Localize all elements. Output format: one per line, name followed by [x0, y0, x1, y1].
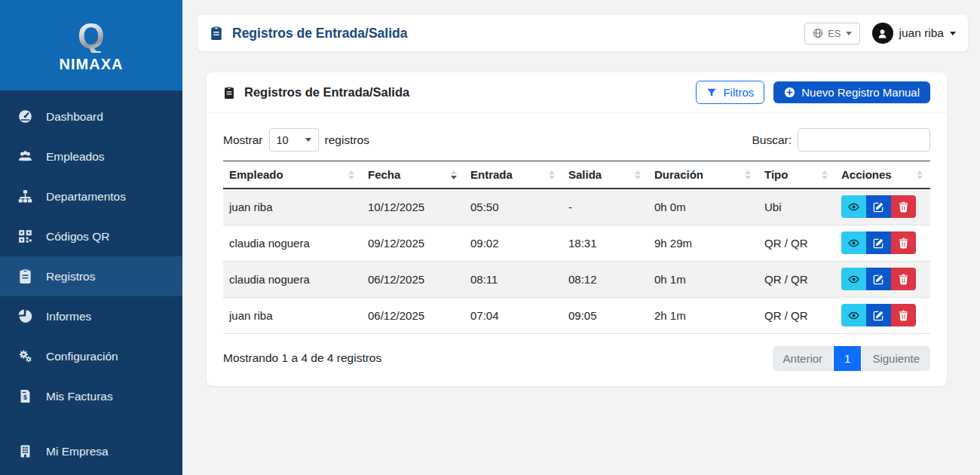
svg-text:$: $ [23, 394, 27, 401]
sidebar-item-codigos-qr[interactable]: Códigos QR [0, 216, 182, 256]
cell-acciones [835, 297, 930, 333]
pencil-square-icon [873, 274, 884, 285]
person-icon [876, 27, 889, 40]
sort-icon [822, 170, 828, 179]
search-input[interactable] [798, 128, 930, 152]
clipboard-icon [210, 26, 223, 40]
cell-acciones [835, 225, 930, 261]
card-header: Registros de Entrada/Salida Filtros Nuev… [207, 72, 947, 113]
cell-empleado: claudia noguera [223, 225, 362, 261]
chevron-down-icon [305, 138, 311, 142]
delete-button[interactable] [891, 195, 916, 218]
column-header-empleado[interactable]: Empleado [223, 161, 362, 189]
column-header-acciones[interactable]: Acciones [835, 161, 930, 189]
sidebar-item-label: Mi Empresa [46, 445, 109, 458]
delete-button[interactable] [891, 268, 916, 290]
main-content: Registros de Entrada/Salida ES juan riba [182, 0, 980, 475]
building-icon [18, 444, 32, 458]
delete-button[interactable] [891, 304, 916, 326]
sidebar-item-empleados[interactable]: Empleados [0, 136, 182, 176]
eye-icon [848, 201, 859, 213]
records-table-wrap: Empleado Fecha Entrada Salida [207, 161, 947, 334]
page-size-value: 10 [277, 134, 289, 146]
plus-circle-icon [784, 87, 795, 98]
records-summary: Mostrando 1 a 4 de 4 registros [223, 351, 381, 365]
trash-icon [898, 201, 909, 213]
view-button[interactable] [841, 195, 866, 218]
brand-logo-q-icon: Q [78, 18, 105, 53]
delete-button[interactable] [891, 231, 916, 254]
sidebar-item-mis-facturas[interactable]: $ Mis Facturas [0, 376, 182, 416]
cell-fecha: 06/12/2025 [362, 261, 464, 297]
language-selector[interactable]: ES [804, 23, 859, 44]
new-record-button[interactable]: Nuevo Registro Manual [773, 81, 930, 103]
column-header-fecha[interactable]: Fecha [362, 161, 464, 189]
filters-button[interactable]: Filtros [696, 81, 764, 104]
chevron-down-icon [950, 32, 956, 35]
cell-duracion: 0h 1m [648, 261, 758, 297]
sort-desc-icon [451, 170, 457, 179]
sidebar-item-departamentos[interactable]: Departamentos [0, 176, 182, 216]
view-button[interactable] [841, 304, 866, 326]
cell-salida: 18:31 [562, 225, 648, 261]
edit-button[interactable] [866, 231, 891, 254]
sort-icon [745, 170, 751, 179]
avatar [872, 23, 893, 44]
cell-salida: 09:05 [562, 297, 648, 333]
qrcode-icon [18, 229, 32, 244]
card-footer: Mostrando 1 a 4 de 4 registros Anterior … [207, 334, 947, 386]
edit-button[interactable] [866, 195, 891, 218]
sidebar-item-configuracion[interactable]: Configuración [0, 336, 182, 376]
cell-salida: - [562, 188, 648, 225]
cell-tipo: QR / QR [758, 225, 835, 261]
column-header-tipo[interactable]: Tipo [758, 161, 835, 189]
records-card: Registros de Entrada/Salida Filtros Nuev… [207, 72, 947, 386]
clipboard-icon [223, 87, 235, 99]
cell-empleado: juan riba [223, 297, 362, 333]
invoice-icon: $ [18, 389, 32, 403]
pagination-next-button[interactable]: Siguiente [862, 346, 930, 371]
eye-icon [848, 274, 859, 285]
filter-icon [706, 87, 717, 98]
column-header-salida[interactable]: Salida [562, 161, 648, 189]
search-label: Buscar: [752, 133, 792, 147]
pagination-prev-button[interactable]: Anterior [773, 346, 834, 371]
pagination-page-1-button[interactable]: 1 [834, 346, 861, 371]
card-title: Registros de Entrada/Salida [223, 85, 409, 100]
filters-button-label: Filtros [723, 86, 754, 99]
view-button[interactable] [841, 231, 866, 254]
brand-name: NIMAXA [60, 56, 124, 73]
cell-fecha: 06/12/2025 [362, 297, 464, 333]
sidebar-item-informes[interactable]: Informes [0, 296, 182, 336]
sidebar-item-label: Informes [46, 310, 91, 323]
cell-salida: 08:12 [562, 261, 648, 297]
sidebar-item-mi-empresa[interactable]: Mi Empresa [0, 431, 182, 471]
user-menu[interactable]: juan riba [872, 23, 956, 44]
sort-icon [917, 170, 923, 179]
cell-acciones [835, 261, 930, 297]
cell-fecha: 09/12/2025 [362, 225, 464, 261]
cell-fecha: 10/12/2025 [362, 188, 464, 225]
eye-icon [848, 310, 859, 321]
cell-duracion: 9h 29m [648, 225, 758, 261]
sidebar-item-dashboard[interactable]: Dashboard [0, 97, 182, 136]
records-table: Empleado Fecha Entrada Salida [223, 161, 930, 334]
column-header-entrada[interactable]: Entrada [464, 161, 562, 189]
edit-button[interactable] [866, 268, 891, 290]
chevron-down-icon [846, 32, 852, 35]
speedometer-icon [18, 109, 32, 124]
column-header-duracion[interactable]: Duración [648, 161, 758, 189]
view-button[interactable] [841, 268, 866, 290]
edit-button[interactable] [866, 304, 891, 326]
globe-icon [813, 28, 823, 38]
topbar-right: ES juan riba [804, 23, 956, 44]
user-name: juan riba [899, 26, 944, 40]
page-size-select[interactable]: 10 [269, 128, 319, 152]
cell-empleado: claudia noguera [223, 261, 362, 297]
sidebar-item-label: Dashboard [46, 110, 103, 124]
pencil-square-icon [873, 238, 884, 249]
sidebar-item-registros[interactable]: Registros [0, 256, 182, 296]
trash-icon [898, 310, 909, 321]
sidebar-item-label: Departamentos [46, 190, 126, 204]
cell-duracion: 2h 1m [648, 297, 758, 333]
